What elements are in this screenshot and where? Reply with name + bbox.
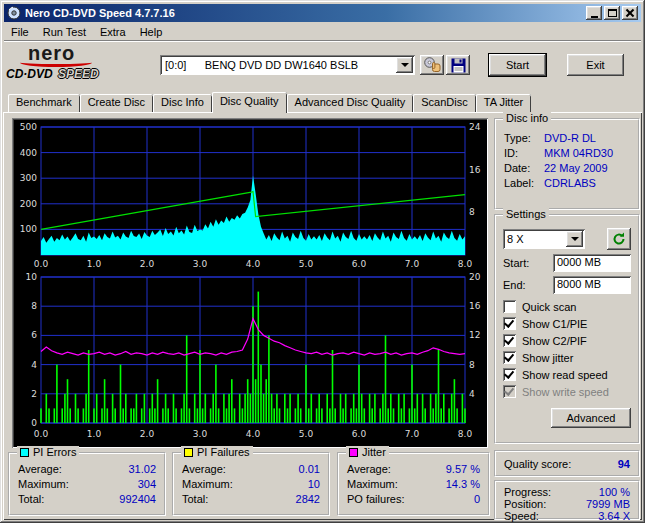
drive-select[interactable]: [0:0] BENQ DVD DD DW1640 BSLB [160,55,415,75]
close-icon [626,9,634,17]
scan-start-field[interactable]: 0000 MB [553,254,631,272]
svg-text:2.0: 2.0 [140,429,155,439]
show-read-speed-checkbox-box[interactable] [503,368,516,381]
eject-disc-button[interactable] [420,55,444,75]
pi-failures-total-value: 2842 [233,493,320,506]
quality-charts: 500400300200100241680.01.02.03.04.05.06.… [15,121,485,443]
svg-text:100: 100 [20,224,37,234]
disc-label-value: CDRLABS [544,177,630,189]
menu-divider [4,40,641,42]
svg-text:7.0: 7.0 [405,429,420,439]
maximize-icon [608,9,617,17]
checkbox-show-jitter[interactable]: Show jitter [503,349,631,366]
tab-ta-jitter[interactable]: TA Jitter [476,94,532,112]
speed-label: Speed: [504,511,551,522]
position-value: 7999 MB [551,499,630,510]
nero-logo: nero CD·DVD SPEED [6,44,156,86]
svg-text:8.0: 8.0 [458,259,473,269]
pi-errors-total-value: 992404 [69,493,156,506]
svg-text:2.0: 2.0 [140,259,155,269]
tab-advanced-disc-quality[interactable]: Advanced Disc Quality [287,94,414,112]
pi-errors-group: PI Errors Average: 31.02 Maximum: 304 To… [8,452,166,516]
svg-text:3.0: 3.0 [193,259,208,269]
scan-speed-value: 8 X [503,233,566,245]
disc-type-label: Type: [504,132,544,144]
minimize-button[interactable] [586,6,602,20]
start-button[interactable]: Start [489,54,546,76]
hand-disc-icon [423,57,441,73]
po-failures-label: PO failures: [347,493,404,506]
scan-end-label: End: [503,279,541,291]
svg-text:8: 8 [31,301,37,311]
show-write-speed-checkbox-box [503,385,516,398]
close-button[interactable] [622,6,638,20]
menu-bar: File Run Test Extra Help [4,23,641,40]
show-c2-pif-checkbox-box[interactable] [503,334,516,347]
svg-text:6.0: 6.0 [352,259,367,269]
quality-score-label: Quality score: [504,458,571,470]
svg-text:4: 4 [31,360,37,370]
checkbox-quick-scan[interactable]: Quick scan [503,298,631,315]
tab-disc-quality[interactable]: Disc Quality [212,92,287,113]
menu-run-test[interactable]: Run Test [36,25,93,39]
jitter-maximum-label: Maximum: [347,478,404,491]
svg-text:12: 12 [469,330,480,340]
checkbox-show-c1-pie[interactable]: Show C1/PIE [503,315,631,332]
svg-text:8: 8 [469,207,475,217]
tab-create-disc[interactable]: Create Disc [80,94,153,112]
disc-label-label: Label: [504,177,544,189]
disc-date-value: 22 May 2009 [544,162,630,174]
tab-scandisc[interactable]: ScanDisc [413,94,475,112]
jitter-average-value: 9.57 % [404,463,480,476]
maximize-button[interactable] [604,6,620,20]
svg-text:400: 400 [20,148,37,158]
disc-type-value: DVD-R DL [544,132,630,144]
disc-info-legend: Disc info [503,112,551,124]
pi-errors-maximum-label: Maximum: [18,478,69,491]
svg-text:500: 500 [20,122,37,132]
pi-failures-average-label: Average: [182,463,233,476]
po-failures-value: 0 [404,493,480,506]
pi-failures-color-swatch [184,448,193,457]
svg-text:5.0: 5.0 [299,259,314,269]
jitter-maximum-value: 14.3 % [404,478,480,491]
menu-help[interactable]: Help [133,25,170,39]
pi-failures-group: PI Failures Average: 0.01 Maximum: 10 To… [172,452,330,516]
settings-legend: Settings [503,208,549,220]
menu-extra[interactable]: Extra [93,25,133,39]
svg-text:10: 10 [26,272,38,282]
refresh-drive-button[interactable] [607,228,631,250]
progress-value: 100 % [551,487,630,498]
drive-select-dropdown-button[interactable] [396,57,413,73]
quick-scan-checkbox-box[interactable] [503,300,516,313]
svg-text:16: 16 [469,165,481,175]
tab-benchmark[interactable]: Benchmark [8,94,80,112]
svg-text:6: 6 [31,330,37,340]
tab-strip: Benchmark Create Disc Disc Info Disc Qua… [8,94,531,113]
scan-end-field[interactable]: 8000 MB [553,276,631,294]
show-jitter-checkbox-box[interactable] [503,351,516,364]
save-floppy-icon [451,58,466,73]
svg-text:200: 200 [20,199,37,209]
svg-text:2: 2 [31,389,37,399]
checkbox-show-c2-pif[interactable]: Show C2/PIF [503,332,631,349]
position-label: Position: [504,499,551,510]
show-c1-pie-checkbox-box[interactable] [503,317,516,330]
pi-errors-maximum-value: 304 [69,478,156,491]
nero-logo-swoosh [20,58,92,67]
svg-text:0: 0 [31,418,37,428]
tab-disc-info[interactable]: Disc Info [153,94,212,112]
disc-id-value: MKM 04RD30 [544,147,630,159]
menu-file[interactable]: File [4,25,36,39]
save-results-button[interactable] [446,55,470,75]
jitter-average-label: Average: [347,463,404,476]
checkbox-show-read-speed[interactable]: Show read speed [503,366,631,383]
svg-text:300: 300 [20,173,37,183]
scan-speed-select[interactable]: 8 X [503,229,585,249]
quality-chart-panel: 500400300200100241680.01.02.03.04.05.06.… [12,118,488,448]
scan-speed-dropdown-button[interactable] [566,231,583,247]
refresh-icon [612,232,626,246]
svg-text:4.0: 4.0 [246,259,261,269]
exit-button[interactable]: Exit [567,54,624,76]
advanced-button[interactable]: Advanced [551,408,631,428]
